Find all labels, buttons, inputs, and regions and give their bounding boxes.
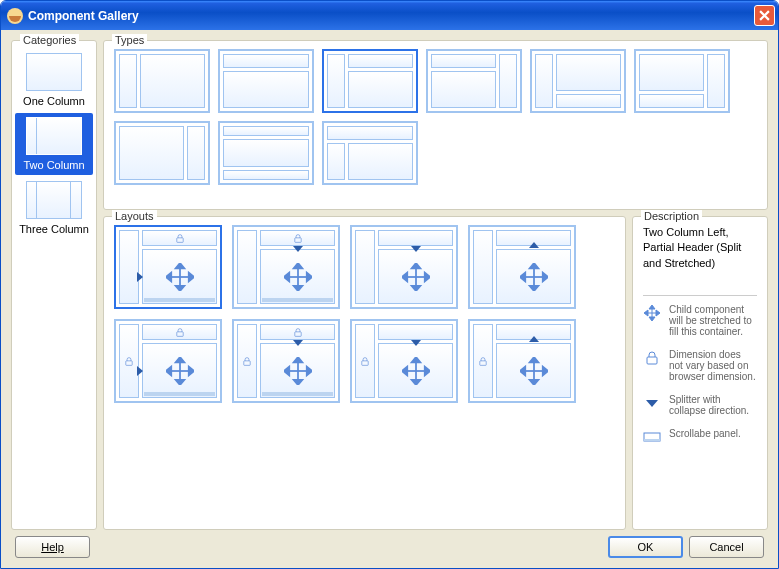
type-item[interactable] bbox=[114, 121, 210, 185]
description-text: Two Column Left, Partial Header (Split a… bbox=[643, 225, 757, 271]
svg-marker-55 bbox=[411, 340, 421, 346]
svg-rect-0 bbox=[176, 237, 182, 242]
close-button[interactable] bbox=[754, 5, 775, 26]
lock-icon bbox=[294, 234, 302, 243]
svg-marker-15 bbox=[293, 246, 303, 252]
client-area: Categories One Column Two Column Three C… bbox=[1, 30, 778, 568]
splitter-icon bbox=[135, 366, 145, 376]
svg-marker-66 bbox=[649, 305, 655, 309]
description-panel: Description Two Column Left, Partial Hea… bbox=[632, 216, 768, 530]
layout-item[interactable] bbox=[232, 319, 340, 403]
category-label: Three Column bbox=[19, 223, 89, 235]
svg-marker-45 bbox=[284, 366, 289, 375]
svg-rect-40 bbox=[294, 331, 300, 336]
category-one-column[interactable]: One Column bbox=[15, 49, 93, 111]
svg-rect-31 bbox=[176, 331, 182, 336]
type-item[interactable] bbox=[322, 49, 418, 113]
stretch-icon bbox=[520, 263, 548, 291]
legend-text: Scrollabe panel. bbox=[669, 428, 741, 439]
category-thumb bbox=[26, 181, 82, 219]
svg-marker-60 bbox=[529, 379, 538, 384]
stretch-icon bbox=[284, 357, 312, 385]
type-item[interactable] bbox=[426, 49, 522, 113]
svg-marker-29 bbox=[529, 242, 539, 248]
svg-marker-62 bbox=[542, 366, 547, 375]
lock-icon bbox=[125, 357, 133, 366]
legend-text: Splitter with collapse direction. bbox=[669, 394, 757, 416]
types-panel: Types bbox=[103, 40, 768, 210]
svg-marker-12 bbox=[293, 285, 302, 290]
category-label: Two Column bbox=[23, 159, 84, 171]
svg-marker-7 bbox=[137, 272, 143, 282]
close-icon bbox=[759, 10, 770, 21]
lock-icon bbox=[294, 328, 302, 337]
svg-rect-70 bbox=[647, 357, 657, 364]
titlebar[interactable]: Component Gallery bbox=[1, 1, 778, 30]
svg-marker-68 bbox=[644, 310, 648, 316]
svg-marker-52 bbox=[411, 379, 420, 384]
type-item[interactable] bbox=[218, 49, 314, 113]
stretch-icon bbox=[166, 357, 194, 385]
legend-splitter: Splitter with collapse direction. bbox=[643, 394, 757, 416]
type-item[interactable] bbox=[218, 121, 314, 185]
legend-text: Child component will be stretched to fil… bbox=[669, 304, 757, 337]
svg-marker-28 bbox=[542, 272, 547, 281]
svg-rect-73 bbox=[644, 439, 660, 441]
legend-scroll: Scrollabe panel. bbox=[643, 428, 757, 446]
help-button[interactable]: Help bbox=[15, 536, 90, 558]
ok-button[interactable]: OK bbox=[608, 536, 683, 558]
types-label: Types bbox=[112, 34, 147, 46]
svg-marker-21 bbox=[424, 272, 429, 281]
svg-rect-30 bbox=[126, 360, 132, 365]
cancel-button[interactable]: Cancel bbox=[689, 536, 764, 558]
categories-panel: Categories One Column Two Column Three C… bbox=[11, 40, 97, 530]
svg-rect-8 bbox=[294, 237, 300, 242]
type-item[interactable] bbox=[530, 49, 626, 113]
layout-item[interactable] bbox=[114, 225, 222, 309]
svg-marker-18 bbox=[411, 263, 420, 268]
type-item[interactable] bbox=[114, 49, 210, 113]
lock-icon bbox=[176, 328, 184, 337]
layout-item[interactable] bbox=[468, 225, 576, 309]
svg-marker-13 bbox=[284, 272, 289, 281]
legend-lock: Dimension does not vary based on browser… bbox=[643, 349, 757, 382]
type-item[interactable] bbox=[634, 49, 730, 113]
scroll-icon bbox=[144, 298, 215, 302]
category-thumb bbox=[26, 53, 82, 91]
layout-item[interactable] bbox=[468, 319, 576, 403]
type-item[interactable] bbox=[322, 121, 418, 185]
svg-marker-46 bbox=[306, 366, 311, 375]
stretch-icon bbox=[643, 304, 661, 322]
svg-marker-14 bbox=[306, 272, 311, 281]
svg-marker-27 bbox=[520, 272, 525, 281]
layout-item[interactable] bbox=[232, 225, 340, 309]
svg-marker-22 bbox=[411, 246, 421, 252]
layout-item[interactable] bbox=[114, 319, 222, 403]
svg-rect-39 bbox=[244, 360, 250, 365]
svg-marker-43 bbox=[293, 357, 302, 362]
category-three-column[interactable]: Three Column bbox=[15, 177, 93, 239]
lock-icon bbox=[176, 234, 184, 243]
legend-stretch: Child component will be stretched to fil… bbox=[643, 304, 757, 337]
category-label: One Column bbox=[23, 95, 85, 107]
svg-marker-67 bbox=[649, 317, 655, 321]
layouts-label: Layouts bbox=[112, 210, 157, 222]
layout-item[interactable] bbox=[350, 225, 458, 309]
category-two-column[interactable]: Two Column bbox=[15, 113, 93, 175]
stretch-icon bbox=[402, 263, 430, 291]
layouts-panel: Layouts bbox=[103, 216, 626, 530]
lock-icon bbox=[243, 357, 251, 366]
layout-item[interactable] bbox=[350, 319, 458, 403]
svg-marker-54 bbox=[424, 366, 429, 375]
svg-marker-71 bbox=[646, 400, 658, 407]
lock-icon bbox=[643, 349, 661, 367]
svg-marker-37 bbox=[188, 366, 193, 375]
splitter-icon bbox=[529, 242, 539, 252]
svg-marker-35 bbox=[175, 379, 184, 384]
splitter-icon bbox=[411, 338, 421, 348]
splitter-icon bbox=[135, 272, 145, 282]
svg-rect-48 bbox=[362, 360, 368, 365]
svg-marker-26 bbox=[529, 285, 538, 290]
scroll-icon bbox=[144, 392, 215, 396]
splitter-icon bbox=[643, 394, 661, 412]
